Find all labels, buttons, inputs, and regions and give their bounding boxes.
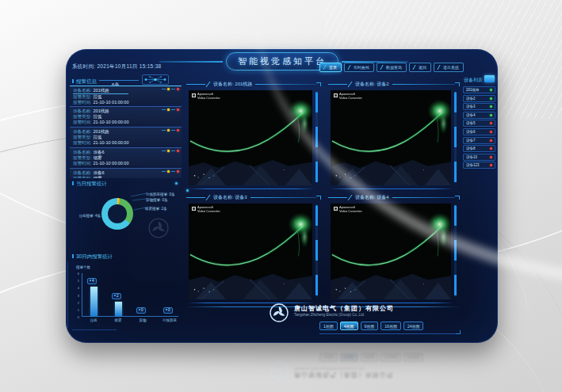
watermark-logo-icon (334, 93, 338, 97)
alarm-dot-icon (177, 88, 179, 90)
alarm-card[interactable]: 设备名称:201线路 报警类型:拉弧 报警时间:21-10-10 01:00:0… (70, 86, 182, 105)
video-feed[interactable]: ApowersoftVideo Converter (331, 90, 451, 185)
watermark: ApowersoftVideo Converter (192, 93, 220, 100)
video-panel-header: 设备名称: 设备4 (328, 192, 460, 202)
title-decor-line-left (159, 61, 223, 63)
monthly-stats-title: 30日内报警统计 (72, 253, 113, 261)
donut-hole (108, 204, 127, 223)
alarm-status-dots (162, 88, 179, 90)
status-dot (490, 139, 492, 142)
video-scrollbar[interactable] (454, 205, 457, 297)
video-scrollbar[interactable] (315, 92, 318, 183)
video-feed[interactable]: ApowersoftVideo Converter (189, 204, 312, 299)
alarm-card[interactable]: 设备名称:201线路 报警类型:拉弧 报警时间:21-10-10 00:00:0… (70, 106, 182, 125)
status-dot (490, 147, 492, 150)
device-list-item[interactable]: 设备6 (463, 128, 495, 135)
video-feed[interactable]: ApowersoftVideo Converter (331, 204, 451, 299)
device-list-item[interactable]: 设备2 (463, 95, 495, 102)
alarm-card[interactable]: 设备名称:设备6 报警类型:烟雾 报警时间:21-10-10 00:00:00 (70, 147, 182, 166)
status-dot (490, 97, 492, 100)
device-list-item[interactable]: 设备123 (463, 162, 495, 169)
footer-decor-line (319, 333, 461, 334)
decor-bracket (455, 82, 460, 86)
video-device-name: 设备名称: 设备3 (213, 194, 247, 201)
donut-label-yanwu: 烟雾报警: 2条 (145, 207, 167, 211)
watermark-logo-icon (192, 93, 196, 97)
slash-icon (412, 65, 417, 70)
alarm-status-dots (162, 170, 179, 173)
view-layout-buttons: 1画面 4画面 9画面 16画面 24画面 (319, 322, 423, 330)
decor-line (250, 197, 316, 198)
video-panel-header: 设备名称: 201线路 (186, 79, 321, 89)
donut-label-yinxiantuoluo: 引线脱落报警: 0条 (146, 192, 175, 196)
view-24-button[interactable]: 24画面 (403, 322, 424, 330)
device-list-tab[interactable] (484, 75, 495, 82)
top-nav: 首页 实时曲线 数据查询 返回 退出系统 (319, 63, 464, 72)
donut-label-yiwu: 异物报警: 0条 (146, 198, 168, 202)
device-list-item[interactable]: 设备4 (463, 112, 495, 119)
slash-icon (206, 195, 213, 200)
alarm-dot-icon (177, 108, 179, 111)
device-list-item[interactable]: 设备7 (463, 137, 495, 144)
today-stats-title: 当日报警统计 (72, 181, 107, 188)
status-dot (490, 156, 492, 158)
logo-watermark (147, 217, 170, 239)
alarm-card[interactable]: 设备名称:设备6 报警类型:烟雾 报警时间:21-10-10 00:00:00 (70, 168, 182, 178)
alarm-dot-icon (177, 150, 179, 152)
device-list-title: 设备列表 (464, 77, 483, 84)
view-4-button[interactable]: 4画面 (340, 322, 358, 330)
nav-back-button[interactable]: 返回 (409, 63, 431, 72)
video-panel-4[interactable]: 设备名称: 设备4 ApowersoftVideo Converter (327, 192, 461, 305)
video-scrollbar[interactable] (315, 205, 318, 297)
nav-data-query-button[interactable]: 数据查询 (377, 63, 407, 72)
bar-chart-ylabel: 报警个数 (76, 265, 90, 269)
slash-icon (348, 195, 355, 200)
slash-icon (347, 65, 352, 70)
decor-line (328, 197, 347, 198)
bar-chart-yticks: 0123456 (73, 272, 80, 318)
alarm-panel-title: 报警信息 (72, 78, 97, 86)
alarm-dot-icon (177, 170, 179, 173)
system-time: 系统时间: 2021年10月11日 15:15:38 (72, 63, 161, 70)
status-dot (490, 89, 492, 91)
page-title: 智能视觉感知平台 (238, 55, 327, 67)
bar-chart-plot: 4拉弧2烟雾0异物0引线脱落 (82, 273, 178, 317)
slash-icon (348, 82, 355, 87)
slash-icon (206, 82, 213, 87)
video-panel-3[interactable]: 设备名称: 设备3 ApowersoftVideo Converter (185, 192, 323, 305)
status-dot (490, 164, 492, 166)
warning-dot-icon (167, 150, 170, 152)
device-list-item[interactable]: 201线路 (463, 86, 495, 93)
nav-home-button[interactable]: 首页 (319, 63, 342, 72)
decor-bracket (455, 196, 460, 200)
alarm-card[interactable]: 设备名称:201线路 报警类型:拉弧 报警时间:21-10-10 00:00:0… (70, 127, 182, 146)
warning-dot-icon (167, 170, 170, 173)
nav-realtime-curve-button[interactable]: 实时曲线 (344, 63, 374, 72)
company-name-cn: 唐山智诚电气（集团）有限公司 (294, 304, 394, 313)
decor-corner-line (72, 329, 117, 330)
video-device-name: 设备名称: 201线路 (213, 81, 252, 88)
device-list-item[interactable]: 设备10 (463, 154, 495, 161)
device-list-item[interactable]: 设备3 (463, 103, 495, 110)
watermark-logo-icon (192, 207, 196, 211)
dashboard-panel: 系统时间: 2021年10月11日 15:15:38 智能视觉感知平台 首页 实… (66, 49, 498, 343)
decor-line (255, 84, 316, 85)
video-panel-1[interactable]: 设备名称: 201线路 ApowersoftVideo Converter (185, 79, 323, 191)
status-dot (490, 131, 492, 133)
slash-icon (323, 65, 327, 70)
video-feed[interactable]: ApowersoftVideo Converter (189, 90, 312, 185)
view-1-button[interactable]: 1画面 (319, 322, 338, 330)
decor-line (186, 84, 205, 85)
nav-exit-button[interactable]: 退出系统 (434, 63, 464, 72)
watermark-logo-icon (334, 207, 338, 211)
video-scrollbar[interactable] (454, 92, 457, 183)
device-list-item[interactable]: 设备5 (463, 120, 495, 127)
status-dot (490, 105, 492, 108)
video-device-name: 设备名称: 设备2 (355, 81, 389, 88)
decor-bracket (316, 82, 321, 86)
view-9-button[interactable]: 9画面 (361, 322, 379, 330)
device-list-item[interactable]: 设备8 (463, 145, 495, 152)
alarm-status-dots (162, 129, 179, 131)
video-panel-2[interactable]: 设备名称: 设备2 ApowersoftVideo Converter (327, 79, 461, 191)
view-16-button[interactable]: 16画面 (380, 322, 401, 330)
